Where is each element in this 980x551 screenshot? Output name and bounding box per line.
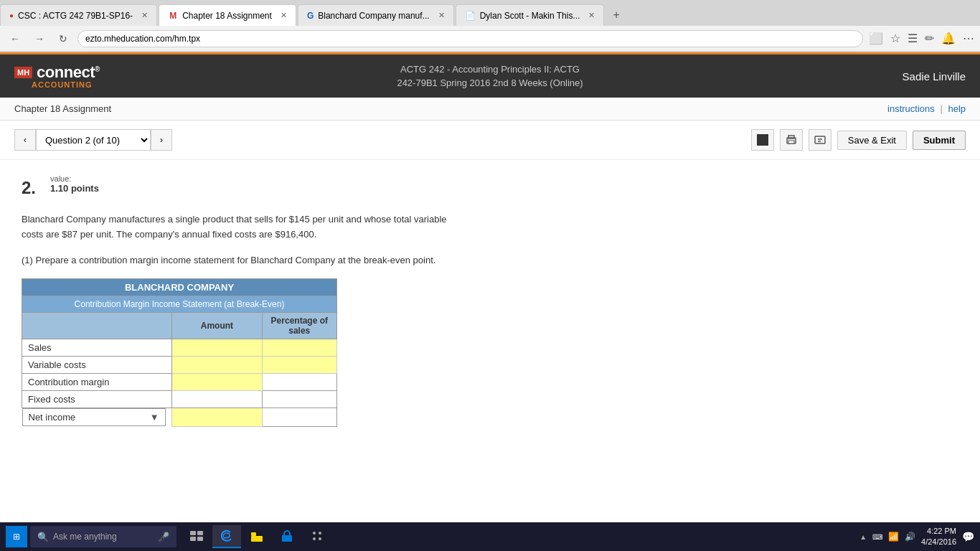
variable-costs-pct-input[interactable] <box>264 358 335 372</box>
row-amount-fixed-costs-static <box>172 391 262 408</box>
question-text-line2: costs are $87 per unit. The company's an… <box>22 229 316 240</box>
refresh-button[interactable]: ↻ <box>55 32 72 46</box>
tab-close-dylan[interactable]: ✕ <box>588 11 595 20</box>
contribution-margin-amount-input[interactable] <box>174 375 260 389</box>
course-line1: ACTG 242 - Accounting Principles II: ACT… <box>397 62 583 77</box>
browser-chrome: ● CSC : ACTG 242 79B1-SP16- ✕ M Chapter … <box>0 0 980 52</box>
row-label-sales: Sales <box>22 339 172 357</box>
address-bar: ← → ↻ ⬜ ☆ ☰ ✏ 🔔 ⋯ <box>0 26 980 52</box>
notifications-icon[interactable]: 🔔 <box>941 32 956 45</box>
table-row-contribution-margin: Contribution margin <box>22 374 337 391</box>
tab-dylan[interactable]: 📄 Dylan Scott - Makin This... ✕ <box>456 4 605 26</box>
row-pct-contribution-margin-static <box>262 374 336 391</box>
question-text-p1: Blanchard Company manufactures a single … <box>22 212 958 242</box>
table-col-header-row: Amount Percentage of sales <box>22 313 337 339</box>
tab-bar: ● CSC : ACTG 242 79B1-SP16- ✕ M Chapter … <box>0 0 980 26</box>
dark-mode-icon <box>757 134 768 146</box>
url-bar[interactable] <box>77 30 863 47</box>
table-row-variable-costs: Variable costs <box>22 357 337 374</box>
row-pct-net-income-static <box>262 408 336 427</box>
print-icon <box>786 134 797 146</box>
app-header: MH connect® ACCOUNTING ACTG 242 - Accoun… <box>0 55 980 98</box>
question-points: 1.10 points <box>50 183 99 194</box>
prev-question-button[interactable]: ‹ <box>14 129 36 151</box>
next-question-button[interactable]: › <box>151 129 172 151</box>
question-number: 2. <box>22 178 36 198</box>
row-pct-sales[interactable] <box>262 339 336 357</box>
income-table: BLANCHARD COMPANY Contribution Margin In… <box>22 278 337 427</box>
page-title: Chapter 18 Assignment <box>14 103 111 114</box>
row-pct-variable-costs[interactable] <box>262 357 336 374</box>
table-row-sales: Sales <box>22 339 337 357</box>
svg-rect-3 <box>788 141 794 143</box>
svg-rect-2 <box>788 136 794 138</box>
value-label: value: <box>50 174 99 183</box>
tab-close-csc[interactable]: ✕ <box>141 11 148 20</box>
action-buttons: Save & Exit Submit <box>751 129 966 151</box>
row-amount-sales[interactable] <box>172 339 262 357</box>
sales-pct-input[interactable] <box>264 341 335 354</box>
tab-favicon-csc: ● <box>9 11 14 19</box>
dark-mode-button[interactable] <box>751 129 774 151</box>
course-info: ACTG 242 - Accounting Principles II: ACT… <box>397 62 583 90</box>
row-amount-variable-costs[interactable] <box>172 357 262 374</box>
favorites-icon[interactable]: ☆ <box>890 32 900 45</box>
question-body: Blanchard Company manufactures a single … <box>22 198 958 427</box>
table-row-net-income: Net income ▼ <box>22 408 337 427</box>
accessibility-button[interactable] <box>809 129 831 151</box>
back-button[interactable]: ← <box>6 32 24 46</box>
instructions-link[interactable]: instructions <box>887 103 935 114</box>
tab-csc[interactable]: ● CSC : ACTG 242 79B1-SP16- ✕ <box>0 4 157 26</box>
course-line2: 242-79B1 Spring 2016 2nd 8 Weeks (Online… <box>397 76 583 90</box>
accounting-label: ACCOUNTING <box>32 80 93 89</box>
sales-amount-input[interactable] <box>174 341 260 354</box>
net-income-amount-input[interactable] <box>174 410 260 424</box>
tab-blanchard[interactable]: G Blanchard Company manuf... ✕ <box>298 4 454 26</box>
tab-favicon-google: G <box>307 11 314 21</box>
col-header-amount: Amount <box>172 313 262 339</box>
help-link[interactable]: help <box>948 103 966 114</box>
accessibility-icon <box>814 134 826 146</box>
tab-label-blanchard: Blanchard Company manuf... <box>318 11 429 21</box>
reader-icon[interactable]: ⬜ <box>869 32 883 45</box>
question-selector[interactable]: Question 2 (of 10) <box>36 129 151 151</box>
tab-label-csc: CSC : ACTG 242 79B1-SP16- <box>18 11 133 21</box>
tab-favicon-dylan: 📄 <box>465 11 476 21</box>
net-income-text: Net income <box>29 412 76 423</box>
connect-logo: MH connect® ACCOUNTING <box>14 63 100 89</box>
question-text-line1: Blanchard Company manufactures a single … <box>22 214 447 225</box>
row-amount-net-income[interactable] <box>172 408 262 427</box>
submit-button[interactable]: Submit <box>913 131 966 150</box>
question-instruction: (1) Prepare a contribution margin income… <box>22 253 958 268</box>
net-income-dropdown-icon[interactable]: ▼ <box>150 412 159 423</box>
save-exit-button[interactable]: Save & Exit <box>837 131 907 150</box>
main-content: 2. value: 1.10 points Blanchard Company … <box>0 160 980 441</box>
new-tab-button[interactable]: + <box>606 9 626 22</box>
tab-close-chapter18[interactable]: ✕ <box>281 11 287 20</box>
tab-chapter18[interactable]: M Chapter 18 Assignment ✕ <box>159 4 296 26</box>
table-subtitle-row: Contribution Margin Income Statement (at… <box>22 296 337 313</box>
hub-icon[interactable]: ☰ <box>908 32 918 45</box>
svg-rect-4 <box>815 136 825 143</box>
print-button[interactable] <box>780 129 803 151</box>
table-title-row: BLANCHARD COMPANY <box>22 279 337 296</box>
mh-logo-box: MH <box>14 67 32 78</box>
notes-icon[interactable]: ✏ <box>925 32 934 45</box>
more-icon[interactable]: ⋯ <box>963 32 974 45</box>
variable-costs-amount-input[interactable] <box>174 358 260 372</box>
row-label-fixed-costs: Fixed costs <box>22 391 172 408</box>
forward-button[interactable]: → <box>30 32 49 46</box>
row-amount-contribution-margin[interactable] <box>172 374 262 391</box>
table-subtitle-cell: Contribution Margin Income Statement (at… <box>22 296 337 313</box>
link-separator: | <box>940 103 942 114</box>
row-label-net-income: Net income ▼ <box>22 408 166 426</box>
tab-close-blanchard[interactable]: ✕ <box>438 11 445 20</box>
page-links: instructions | help <box>887 103 966 114</box>
question-meta: value: 1.10 points <box>50 174 99 194</box>
question-nav: ‹ Question 2 (of 10) › Save & Exit Submi… <box>0 121 980 160</box>
table-title-cell: BLANCHARD COMPANY <box>22 279 337 296</box>
toolbar-icons: ⬜ ☆ ☰ ✏ 🔔 ⋯ <box>869 32 974 45</box>
connect-logo-text: connect® <box>37 63 100 82</box>
row-pct-fixed-costs-static <box>262 391 336 408</box>
nav-controls: ‹ Question 2 (of 10) › <box>14 129 172 151</box>
